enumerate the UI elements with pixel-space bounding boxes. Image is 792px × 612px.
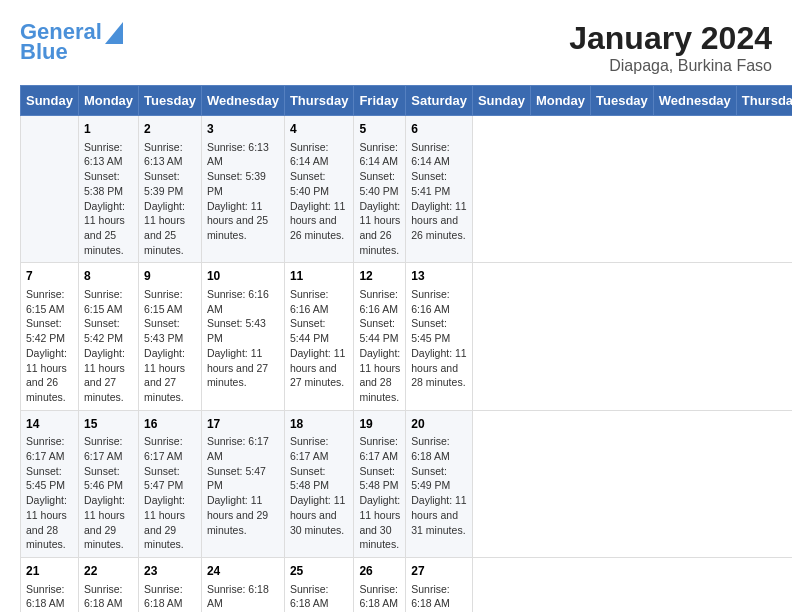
day-header-thursday: Thursday — [284, 86, 354, 116]
calendar-cell: 27Sunrise: 6:18 AMSunset: 5:52 PMDayligh… — [406, 557, 473, 612]
day-header-tuesday: Tuesday — [591, 86, 654, 116]
day-number: 19 — [359, 416, 400, 433]
day-number: 13 — [411, 268, 467, 285]
day-number: 26 — [359, 563, 400, 580]
calendar-cell: 7Sunrise: 6:15 AMSunset: 5:42 PMDaylight… — [21, 263, 79, 410]
day-info: Sunrise: 6:16 AMSunset: 5:44 PMDaylight:… — [290, 287, 349, 390]
calendar-cell: 13Sunrise: 6:16 AMSunset: 5:45 PMDayligh… — [406, 263, 473, 410]
day-number: 23 — [144, 563, 196, 580]
calendar-cell: 18Sunrise: 6:17 AMSunset: 5:48 PMDayligh… — [284, 410, 354, 557]
day-number: 24 — [207, 563, 279, 580]
day-info: Sunrise: 6:16 AMSunset: 5:44 PMDaylight:… — [359, 287, 400, 405]
day-info: Sunrise: 6:18 AMSunset: 5:51 PMDaylight:… — [359, 582, 400, 612]
day-info: Sunrise: 6:17 AMSunset: 5:47 PMDaylight:… — [207, 434, 279, 537]
logo: General Blue — [20, 20, 123, 64]
day-info: Sunrise: 6:15 AMSunset: 5:42 PMDaylight:… — [26, 287, 73, 405]
day-number: 15 — [84, 416, 133, 433]
day-number: 16 — [144, 416, 196, 433]
day-info: Sunrise: 6:18 AMSunset: 5:50 PMDaylight:… — [144, 582, 196, 612]
calendar-cell: 9Sunrise: 6:15 AMSunset: 5:43 PMDaylight… — [139, 263, 202, 410]
day-number: 4 — [290, 121, 349, 138]
day-info: Sunrise: 6:18 AMSunset: 5:49 PMDaylight:… — [411, 434, 467, 537]
calendar-cell: 21Sunrise: 6:18 AMSunset: 5:49 PMDayligh… — [21, 557, 79, 612]
calendar-cell: 8Sunrise: 6:15 AMSunset: 5:42 PMDaylight… — [78, 263, 138, 410]
day-number: 18 — [290, 416, 349, 433]
day-info: Sunrise: 6:16 AMSunset: 5:45 PMDaylight:… — [411, 287, 467, 390]
day-number: 22 — [84, 563, 133, 580]
day-info: Sunrise: 6:17 AMSunset: 5:45 PMDaylight:… — [26, 434, 73, 552]
svg-marker-0 — [105, 22, 123, 44]
day-info: Sunrise: 6:17 AMSunset: 5:47 PMDaylight:… — [144, 434, 196, 552]
day-info: Sunrise: 6:13 AMSunset: 5:38 PMDaylight:… — [84, 140, 133, 258]
day-header-thursday: Thursday — [736, 86, 792, 116]
calendar-cell: 1Sunrise: 6:13 AMSunset: 5:38 PMDaylight… — [78, 116, 138, 263]
page-header: General Blue January 2024 Diapaga, Burki… — [20, 20, 772, 75]
calendar-table: SundayMondayTuesdayWednesdayThursdayFrid… — [20, 85, 792, 612]
day-number: 20 — [411, 416, 467, 433]
subtitle: Diapaga, Burkina Faso — [569, 57, 772, 75]
calendar-week-row: 1Sunrise: 6:13 AMSunset: 5:38 PMDaylight… — [21, 116, 793, 263]
day-info: Sunrise: 6:17 AMSunset: 5:48 PMDaylight:… — [359, 434, 400, 552]
day-number: 11 — [290, 268, 349, 285]
title-area: January 2024 Diapaga, Burkina Faso — [569, 20, 772, 75]
calendar-cell: 17Sunrise: 6:17 AMSunset: 5:47 PMDayligh… — [201, 410, 284, 557]
day-number: 2 — [144, 121, 196, 138]
day-number: 14 — [26, 416, 73, 433]
logo-text2: Blue — [20, 40, 68, 64]
day-header-tuesday: Tuesday — [139, 86, 202, 116]
day-info: Sunrise: 6:18 AMSunset: 5:51 PMDaylight:… — [207, 582, 279, 612]
day-number: 21 — [26, 563, 73, 580]
calendar-cell: 5Sunrise: 6:14 AMSunset: 5:40 PMDaylight… — [354, 116, 406, 263]
main-title: January 2024 — [569, 20, 772, 57]
logo-bird-icon — [105, 22, 123, 44]
calendar-cell: 25Sunrise: 6:18 AMSunset: 5:51 PMDayligh… — [284, 557, 354, 612]
calendar-cell: 12Sunrise: 6:16 AMSunset: 5:44 PMDayligh… — [354, 263, 406, 410]
calendar-cell: 19Sunrise: 6:17 AMSunset: 5:48 PMDayligh… — [354, 410, 406, 557]
calendar-cell: 22Sunrise: 6:18 AMSunset: 5:50 PMDayligh… — [78, 557, 138, 612]
calendar-cell: 14Sunrise: 6:17 AMSunset: 5:45 PMDayligh… — [21, 410, 79, 557]
calendar-cell: 6Sunrise: 6:14 AMSunset: 5:41 PMDaylight… — [406, 116, 473, 263]
calendar-header-row: SundayMondayTuesdayWednesdayThursdayFrid… — [21, 86, 793, 116]
day-header-friday: Friday — [354, 86, 406, 116]
day-header-saturday: Saturday — [406, 86, 473, 116]
day-number: 8 — [84, 268, 133, 285]
day-info: Sunrise: 6:14 AMSunset: 5:41 PMDaylight:… — [411, 140, 467, 243]
day-number: 5 — [359, 121, 400, 138]
day-info: Sunrise: 6:18 AMSunset: 5:52 PMDaylight:… — [411, 582, 467, 612]
day-info: Sunrise: 6:15 AMSunset: 5:43 PMDaylight:… — [144, 287, 196, 405]
calendar-cell: 16Sunrise: 6:17 AMSunset: 5:47 PMDayligh… — [139, 410, 202, 557]
calendar-cell: 2Sunrise: 6:13 AMSunset: 5:39 PMDaylight… — [139, 116, 202, 263]
day-info: Sunrise: 6:15 AMSunset: 5:42 PMDaylight:… — [84, 287, 133, 405]
day-header-sunday: Sunday — [21, 86, 79, 116]
day-number: 12 — [359, 268, 400, 285]
day-info: Sunrise: 6:16 AMSunset: 5:43 PMDaylight:… — [207, 287, 279, 390]
calendar-cell: 26Sunrise: 6:18 AMSunset: 5:51 PMDayligh… — [354, 557, 406, 612]
day-info: Sunrise: 6:14 AMSunset: 5:40 PMDaylight:… — [290, 140, 349, 243]
day-number: 1 — [84, 121, 133, 138]
day-number: 17 — [207, 416, 279, 433]
calendar-cell: 23Sunrise: 6:18 AMSunset: 5:50 PMDayligh… — [139, 557, 202, 612]
calendar-week-row: 14Sunrise: 6:17 AMSunset: 5:45 PMDayligh… — [21, 410, 793, 557]
day-number: 27 — [411, 563, 467, 580]
day-info: Sunrise: 6:18 AMSunset: 5:49 PMDaylight:… — [26, 582, 73, 612]
day-info: Sunrise: 6:14 AMSunset: 5:40 PMDaylight:… — [359, 140, 400, 258]
day-header-monday: Monday — [530, 86, 590, 116]
day-number: 10 — [207, 268, 279, 285]
day-info: Sunrise: 6:18 AMSunset: 5:50 PMDaylight:… — [84, 582, 133, 612]
day-number: 3 — [207, 121, 279, 138]
day-number: 6 — [411, 121, 467, 138]
day-info: Sunrise: 6:17 AMSunset: 5:46 PMDaylight:… — [84, 434, 133, 552]
calendar-cell: 20Sunrise: 6:18 AMSunset: 5:49 PMDayligh… — [406, 410, 473, 557]
calendar-cell: 24Sunrise: 6:18 AMSunset: 5:51 PMDayligh… — [201, 557, 284, 612]
day-number: 25 — [290, 563, 349, 580]
day-info: Sunrise: 6:13 AMSunset: 5:39 PMDaylight:… — [144, 140, 196, 258]
calendar-week-row: 21Sunrise: 6:18 AMSunset: 5:49 PMDayligh… — [21, 557, 793, 612]
day-header-wednesday: Wednesday — [653, 86, 736, 116]
calendar-cell: 4Sunrise: 6:14 AMSunset: 5:40 PMDaylight… — [284, 116, 354, 263]
day-info: Sunrise: 6:17 AMSunset: 5:48 PMDaylight:… — [290, 434, 349, 537]
calendar-cell — [21, 116, 79, 263]
calendar-cell: 3Sunrise: 6:13 AMSunset: 5:39 PMDaylight… — [201, 116, 284, 263]
day-number: 7 — [26, 268, 73, 285]
calendar-cell: 15Sunrise: 6:17 AMSunset: 5:46 PMDayligh… — [78, 410, 138, 557]
calendar-week-row: 7Sunrise: 6:15 AMSunset: 5:42 PMDaylight… — [21, 263, 793, 410]
